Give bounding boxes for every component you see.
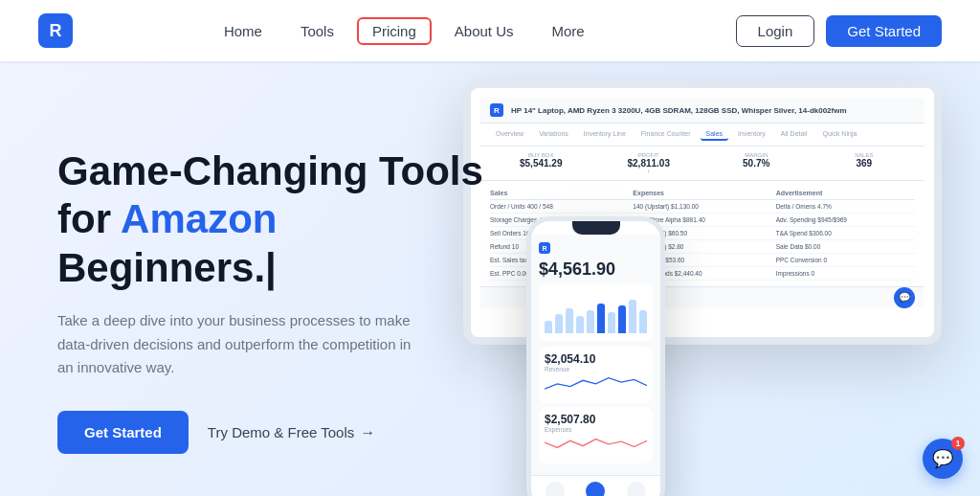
bar-2 [555, 314, 563, 333]
nav-actions: Login Get Started [736, 15, 942, 47]
laptop-product-title: HP 14" Laptop, AMD Ryzen 3 3200U, 4GB SD… [511, 106, 847, 115]
laptop-stats-row: BUY BOX $5,541.29 PROFIT $2,811.03 ↑ MAR… [480, 147, 924, 181]
table-header-row: Sales Expenses Advertisement [490, 187, 915, 200]
tab-inventory[interactable]: Inventory [732, 128, 771, 141]
get-started-nav-button[interactable]: Get Started [826, 15, 942, 47]
stat-margin: MARGIN 50.7% [705, 152, 808, 174]
chat-icon-symbol: 💬 [932, 448, 953, 469]
tab-inventory-line[interactable]: Inventory Line [578, 128, 632, 141]
laptop-tabs: Overview Variations Inventory Line Finan… [480, 124, 924, 147]
hero-actions: Get Started Try Demo & Free Tools → [57, 411, 498, 454]
chat-badge: 1 [951, 437, 965, 450]
hero-title: Game-Changing Tools for Amazon Beginners… [57, 147, 498, 292]
bar-4 [576, 316, 584, 333]
hero-section: Game-Changing Tools for Amazon Beginners… [0, 61, 980, 496]
bar-7 [608, 312, 615, 333]
phone-mockup: R $4,561.90 $2,054.10 Reve [526, 216, 665, 496]
nav-item-home[interactable]: Home [209, 17, 278, 45]
nav-item-about[interactable]: About Us [439, 17, 529, 45]
get-started-button[interactable]: Get Started [57, 411, 189, 454]
hero-description: Take a deep dive into your business proc… [57, 309, 421, 380]
phone-nav-settings[interactable] [627, 482, 646, 496]
bar-8 [618, 305, 626, 333]
demo-button[interactable]: Try Demo & Free Tools → [208, 424, 375, 441]
bar-9 [629, 300, 636, 333]
navbar: R Home Tools Pricing About Us More Login… [0, 0, 980, 61]
arrow-icon: → [360, 424, 375, 441]
laptop-header: R HP 14" Laptop, AMD Ryzen 3 3200U, 4GB … [480, 98, 924, 124]
nav-item-pricing[interactable]: Pricing [357, 17, 432, 45]
phone-metric-1: $2,054.10 Revenue [539, 347, 653, 403]
wave-chart-2 [545, 433, 647, 454]
tab-overview[interactable]: Overview [490, 128, 529, 141]
bar-5 [587, 310, 594, 333]
laptop-logo-icon: R [490, 103, 503, 117]
phone-bar-chart [539, 283, 653, 341]
phone-screen: R $4,561.90 $2,054.10 Reve [531, 235, 660, 475]
bar-1 [545, 321, 552, 333]
tab-finance[interactable]: Finance Counter [635, 128, 697, 141]
phone-logo-row: R [539, 242, 653, 254]
table-row: Order / Units 400 / 548 140 (Upstart) $1… [490, 200, 915, 214]
bar-6 [597, 304, 605, 333]
phone-metric-2: $2,507.80 Expenses [539, 407, 653, 463]
nav-item-tools[interactable]: Tools [285, 17, 349, 45]
nav-links: Home Tools Pricing About Us More [209, 17, 600, 45]
wave-chart-1 [545, 372, 647, 394]
bar-3 [566, 308, 573, 333]
nav-logo[interactable]: R [38, 13, 73, 48]
tab-sales[interactable]: Sales [701, 128, 729, 141]
phone-bottom-nav [531, 475, 660, 496]
tab-variations[interactable]: Variations [533, 128, 574, 141]
hero-mockups: R HP 14" Laptop, AMD Ryzen 3 3200U, 4GB … [498, 100, 923, 496]
chat-widget[interactable]: 💬 1 [923, 439, 963, 479]
nav-item-more[interactable]: More [537, 17, 600, 45]
tab-all-detail[interactable]: All Detail [775, 128, 813, 141]
hero-content: Game-Changing Tools for Amazon Beginners… [57, 147, 498, 454]
phone-nav-home[interactable] [546, 482, 565, 496]
chat-icon: 💬 [894, 287, 915, 308]
phone-notch [572, 221, 620, 235]
stat-profit: PROFIT $2,811.03 ↑ [598, 152, 701, 174]
phone-main-value: $4,561.90 [539, 259, 653, 280]
bar-10 [639, 310, 647, 333]
login-button[interactable]: Login [736, 15, 815, 47]
phone-nav-active[interactable] [586, 482, 605, 496]
phone-logo-icon: R [539, 242, 550, 254]
stat-sales: SALES 369 [813, 152, 916, 174]
tab-quick-ninja[interactable]: Quick Ninja [816, 128, 862, 141]
stat-buy-box: BUY BOX $5,541.29 [490, 152, 592, 174]
